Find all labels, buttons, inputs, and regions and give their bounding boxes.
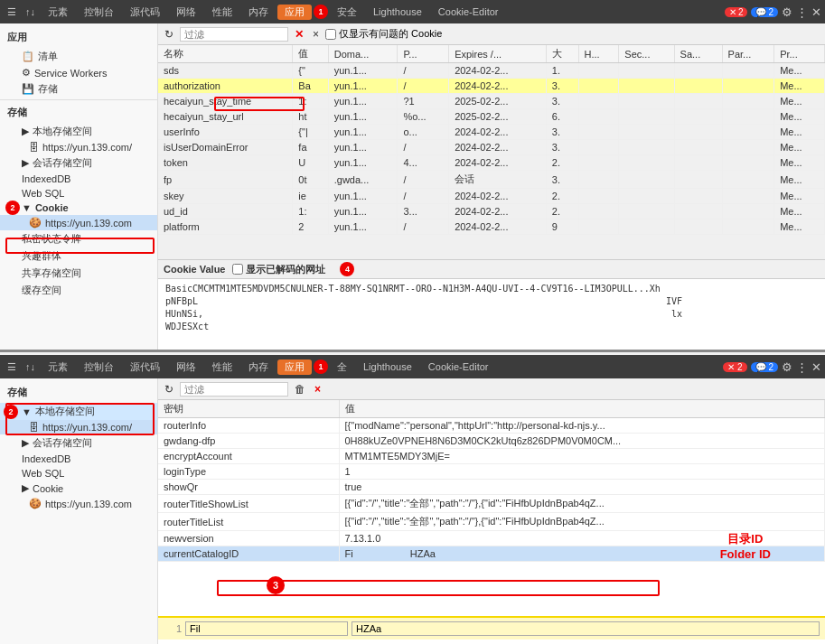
tab-security[interactable]: 安全 — [330, 4, 364, 21]
close-button-2[interactable]: ✕ — [811, 360, 821, 374]
tab-lighthouse-2[interactable]: Lighthouse — [356, 359, 419, 374]
table-row[interactable]: tokenUyun.1...4...2024-02-2...2.Me... — [158, 155, 825, 171]
devtools-dock-2[interactable]: ↑↓ — [22, 360, 39, 373]
table-row[interactable]: encryptAccountMTM1MTE5MDY3MjE= — [158, 449, 825, 464]
tab-performance[interactable]: 性能 — [205, 4, 239, 21]
edit-row: 1 — [158, 616, 825, 639]
tab-sources[interactable]: 源代码 — [123, 4, 167, 21]
cookie-icon: ▶ — [22, 482, 29, 494]
table-row[interactable]: ud_id1:yun.1...3...2024-02-2...2.Me... — [158, 204, 825, 219]
close-button[interactable]: ✕ — [811, 5, 821, 19]
th-partition: Par... — [722, 45, 774, 63]
sidebar-item-local-url-2[interactable]: 🗄 https://yun.139.com/ — [0, 420, 157, 434]
clear-filter-btn[interactable]: ✕ — [292, 28, 306, 41]
storage-section-title: 存储 — [0, 102, 157, 123]
clear-btn-2[interactable]: × — [312, 383, 323, 396]
tab-sources-2[interactable]: 源代码 — [123, 359, 167, 376]
sidebar-item-websql[interactable]: Web SQL — [0, 186, 157, 201]
more-button-2[interactable]: ⋮ — [796, 360, 808, 374]
table-row[interactable]: platform2yun.1.../2024-02-2...9Me... — [158, 219, 825, 235]
devtools-dock[interactable]: ↑↓ — [22, 5, 39, 18]
tab-memory[interactable]: 内存 — [241, 4, 276, 21]
cookie-url-icon-2: 🍪 — [29, 498, 42, 509]
sidebar-item-shared-storage[interactable]: 共享存储空间 — [0, 265, 157, 282]
th-path: P... — [398, 45, 449, 63]
annotation-folder-id: 目录ID Folder ID — [720, 532, 771, 563]
table-row[interactable]: skeyieyun.1.../2024-02-2...2.Me... — [158, 189, 825, 204]
devtools-menu-2[interactable]: ☰ — [4, 360, 20, 374]
table-row[interactable]: routerTitleList[{"id":"/","title":"全部","… — [158, 513, 825, 531]
edit-key-input[interactable] — [185, 621, 348, 636]
sidebar-item-local-storage-2[interactable]: ▼ 本地存储空间 — [0, 403, 157, 420]
annotation-2b: 2 — [4, 405, 18, 419]
devtools-menu[interactable]: ☰ — [4, 5, 20, 19]
sidebar-item-manifest[interactable]: 📋 清单 — [0, 48, 157, 65]
clear-cookies-btn[interactable]: × — [310, 28, 322, 41]
sidebar-item-local-url[interactable]: 🗄 https://yun.139.com/ — [0, 140, 157, 154]
edit-row-num: 1 — [164, 623, 182, 634]
sidebar-item-private-token[interactable]: 私密状态令牌 — [0, 230, 157, 247]
table-row[interactable]: routerInfo[{"modName":"personal","httpUr… — [158, 418, 825, 434]
table-row[interactable]: fp0t.gwda.../会话3.Me... — [158, 171, 825, 189]
sidebar-item-websql-2[interactable]: Web SQL — [0, 466, 157, 481]
th-value: 值 — [293, 45, 328, 63]
local-url-icon-2: 🗄 — [29, 422, 39, 433]
table-row[interactable]: isUserDomainErrorfayun.1.../2024-02-2...… — [158, 140, 825, 155]
storage-section-title-2: 存储 — [0, 382, 157, 403]
tab-security-2[interactable]: 全 — [330, 359, 354, 376]
expand-icon-2: ▼ — [22, 406, 32, 417]
more-button[interactable]: ⋮ — [796, 5, 808, 19]
sidebar-item-cookie[interactable]: 2 ▼ Cookie — [0, 201, 157, 215]
settings-button-2[interactable]: ⚙ — [782, 360, 792, 374]
filter-input-2[interactable] — [180, 382, 288, 397]
sidebar-item-cookie-url-2[interactable]: 🍪 https://yun.139.com — [0, 496, 157, 511]
show-problems-checkbox[interactable]: 仅显示有问题的 Cookie — [325, 27, 442, 41]
sidebar-item-local-storage[interactable]: ▶ 本地存储空间 — [0, 123, 157, 140]
sidebar-item-storage-top[interactable]: 💾 存储 — [0, 80, 157, 98]
cookies-table: 名称 值 Doma... P... Expires /... 大 H... Se… — [158, 45, 825, 235]
refresh-btn[interactable]: ↻ — [162, 28, 176, 41]
sidebar-item-session[interactable]: ▶ 会话存储空间 — [0, 154, 157, 172]
table-row[interactable]: loginType1 — [158, 464, 825, 480]
session-icon: ▶ — [22, 157, 29, 169]
sidebar-item-service-workers[interactable]: ⚙ Service Workers — [0, 65, 157, 80]
table-row[interactable]: gwdang-dfp0H88kUZe0VPNEH8N6D3M0CK2kUtq6z… — [158, 434, 825, 449]
cookie-value-content: BasicCMCMTM1MTE5MDVDM5CNULNER-T-88MY-SQ1… — [158, 279, 825, 350]
sidebar-item-cache[interactable]: 缓存空间 — [0, 282, 157, 299]
sidebar-item-interest-group[interactable]: 兴趣群体 — [0, 247, 157, 265]
tab-cookie-editor-2[interactable]: Cookie-Editor — [421, 359, 496, 374]
refresh-btn-2[interactable]: ↻ — [162, 383, 176, 396]
tab-memory-2[interactable]: 内存 — [241, 359, 276, 376]
table-row[interactable]: showQrtrue — [158, 480, 825, 495]
tab-performance-2[interactable]: 性能 — [205, 359, 239, 376]
annotation-3: 3 — [267, 576, 285, 594]
settings-button[interactable]: ⚙ — [782, 5, 792, 19]
tab-console[interactable]: 控制台 — [77, 4, 121, 21]
edit-value-input[interactable] — [352, 621, 820, 636]
cookie-value-header: Cookie Value 显示已解码的网址 4 — [158, 260, 825, 279]
tab-network[interactable]: 网络 — [169, 4, 203, 21]
sidebar-item-session-2[interactable]: ▶ 会话存储空间 — [0, 434, 157, 452]
table-row[interactable]: hecaiyun_stay_time1:yun.1...?12025-02-2.… — [158, 94, 825, 109]
table-row[interactable]: sds{"yun.1.../2024-02-2...1.Me... — [158, 63, 825, 79]
table-row[interactable]: userInfo{"|yun.1...o...2024-02-2...3.Me.… — [158, 125, 825, 140]
tab-lighthouse[interactable]: Lighthouse — [366, 5, 429, 19]
filter-input[interactable] — [180, 27, 288, 42]
sidebar-item-cookie-url[interactable]: 🍪 https://yun.139.com — [0, 215, 157, 230]
table-row[interactable]: hecaiyun_stay_urlhtyun.1...%o...2025-02-… — [158, 109, 825, 125]
tab-console-2[interactable]: 控制台 — [77, 359, 121, 376]
tab-application-2[interactable]: 应用 — [277, 359, 312, 375]
tab-cookie-editor[interactable]: Cookie-Editor — [431, 5, 506, 19]
sidebar-item-cookie-2[interactable]: ▶ Cookie — [0, 481, 157, 496]
tab-elements[interactable]: 元素 — [41, 4, 75, 21]
th-priority: Pr... — [774, 45, 825, 63]
sidebar-item-indexeddb[interactable]: IndexedDB — [0, 172, 157, 186]
tab-application[interactable]: 应用 — [277, 5, 312, 20]
decode-checkbox[interactable]: 显示已解码的网址 — [232, 263, 325, 276]
tab-network-2[interactable]: 网络 — [169, 359, 203, 376]
tab-elements-2[interactable]: 元素 — [41, 359, 75, 376]
delete-btn[interactable]: 🗑 — [292, 383, 308, 396]
table-row[interactable]: authorizationBayun.1.../2024-02-2...3.Me… — [158, 79, 825, 94]
table-row[interactable]: routerTitleShowList[{"id":"/","title":"全… — [158, 495, 825, 513]
sidebar-item-indexeddb-2[interactable]: IndexedDB — [0, 452, 157, 466]
